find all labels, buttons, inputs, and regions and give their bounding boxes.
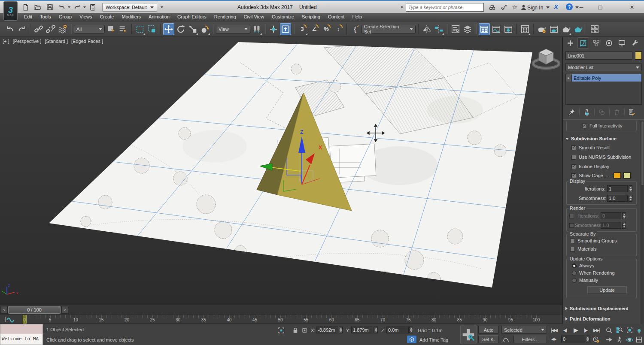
- toggle-ribbon-button[interactable]: [479, 23, 490, 35]
- toggle-layer-explorer-button[interactable]: [462, 23, 473, 35]
- project-folder-button[interactable]: [88, 3, 98, 12]
- show-cage-row[interactable]: Show Cage......: [571, 172, 631, 179]
- spinner-control[interactable]: [629, 195, 632, 202]
- reference-coordinate-dropdown[interactable]: View: [216, 25, 250, 33]
- time-configuration-button[interactable]: [592, 336, 600, 343]
- key-filter-dropdown[interactable]: Selected: [501, 326, 547, 334]
- view-cube[interactable]: [533, 49, 559, 68]
- align-button[interactable]: [433, 23, 444, 35]
- use-pivot-point-center-button[interactable]: [251, 23, 262, 35]
- next-frame-button[interactable]: |▶: [584, 328, 587, 333]
- sign-in-caret-icon[interactable]: [546, 6, 550, 9]
- isoline-display-checkbox[interactable]: [571, 164, 576, 169]
- panel-scrollbar[interactable]: [641, 121, 644, 324]
- minimize-button[interactable]: ─: [575, 3, 587, 12]
- menu-item[interactable]: Graph Editors: [173, 13, 210, 21]
- curve-editor-button[interactable]: [491, 23, 502, 35]
- search-collapse-icon[interactable]: ►: [401, 5, 404, 9]
- go-to-start-button[interactable]: |◀◀: [551, 328, 557, 333]
- time-slider-handle[interactable]: 0 / 100: [8, 306, 61, 314]
- rollout-paint-deformation[interactable]: Paint Deformation: [564, 315, 638, 322]
- maxscript-mini-listener-white[interactable]: Welcome to MA: [0, 334, 43, 345]
- selection-filter-dropdown[interactable]: All: [74, 25, 105, 33]
- menu-item[interactable]: Group: [55, 13, 76, 21]
- menu-item[interactable]: Views: [76, 13, 96, 21]
- menu-item[interactable]: Help: [348, 13, 366, 21]
- pan-view-button[interactable]: [605, 336, 613, 343]
- set-keys-button[interactable]: [460, 325, 477, 344]
- smooth-result-checkbox[interactable]: [571, 145, 576, 150]
- schematic-view-button[interactable]: [503, 23, 514, 35]
- mirror-button[interactable]: [421, 23, 432, 35]
- default-in-out-tangent-button[interactable]: [501, 336, 510, 343]
- exchange-apps-icon[interactable]: X: [554, 3, 558, 10]
- qat-customize-caret-icon[interactable]: [161, 6, 163, 8]
- maxscript-mini-listener-pink[interactable]: [0, 324, 43, 334]
- zoom-button[interactable]: [605, 326, 613, 334]
- z-coordinate-field[interactable]: [386, 327, 409, 333]
- material-editor-button[interactable]: [519, 23, 531, 35]
- previous-frame-slider-button[interactable]: <: [1, 306, 8, 314]
- render-production-button[interactable]: [560, 23, 571, 35]
- menu-item[interactable]: Customize: [268, 13, 298, 21]
- cage-color-swatch[interactable]: [614, 172, 621, 179]
- set-key-mode-button[interactable]: Set K.: [478, 335, 499, 343]
- spinner-control[interactable]: [622, 222, 626, 229]
- render-smoothness-checkbox[interactable]: [569, 223, 574, 228]
- viewport-layout-tabs-button[interactable]: [589, 23, 600, 35]
- menu-item[interactable]: Modifiers: [118, 13, 145, 21]
- materials-row[interactable]: Materials: [570, 246, 597, 251]
- menu-item[interactable]: Animation: [145, 13, 173, 21]
- manually-radio[interactable]: [572, 278, 577, 283]
- select-by-name-button[interactable]: [118, 23, 129, 35]
- manually-row[interactable]: Manually: [572, 278, 598, 283]
- select-and-rotate-button[interactable]: [175, 23, 186, 35]
- orbit-button[interactable]: [625, 336, 634, 343]
- tab-hierarchy[interactable]: [590, 37, 602, 48]
- edit-named-selection-sets-button[interactable]: {: [349, 23, 361, 35]
- select-and-scale-button[interactable]: [187, 23, 198, 35]
- named-selection-set-dropdown[interactable]: Create Selection Set: [361, 25, 416, 33]
- update-button[interactable]: Update: [587, 286, 627, 294]
- use-nurms-row[interactable]: Use NURMS Subdivision: [571, 154, 631, 160]
- open-file-button[interactable]: [33, 3, 43, 12]
- object-name-field[interactable]: [565, 51, 632, 60]
- smoothing-groups-row[interactable]: Smoothing Groups: [570, 238, 617, 243]
- tab-display[interactable]: [616, 37, 628, 48]
- track-bar[interactable]: 0510152025303540455055606570758085909510…: [0, 315, 562, 324]
- smooth-result-row[interactable]: Smooth Result: [571, 145, 610, 150]
- stack-expand-icon[interactable]: ►: [566, 74, 572, 82]
- menu-item[interactable]: Tools: [36, 13, 55, 21]
- smoothing-groups-checkbox[interactable]: [570, 239, 575, 243]
- save-file-button[interactable]: [45, 3, 55, 12]
- render-in-cloud-button[interactable]: [572, 23, 583, 35]
- window-crossing-toggle-button[interactable]: [146, 23, 158, 35]
- percent-snap-toggle-button[interactable]: %: [321, 23, 332, 35]
- sign-in-button[interactable]: Sign In: [527, 5, 543, 11]
- modifier-list-dropdown[interactable]: Modifier List: [565, 64, 642, 71]
- select-and-manipulate-button[interactable]: [268, 23, 279, 35]
- pin-stack-button[interactable]: [566, 107, 577, 117]
- render-setup-button[interactable]: [536, 23, 547, 35]
- viewport-menu-general[interactable]: [+ ]: [3, 39, 9, 44]
- spinner-control[interactable]: [622, 212, 626, 219]
- time-tag-cube-icon[interactable]: [407, 336, 416, 343]
- when-rendering-radio[interactable]: [572, 271, 577, 275]
- selection-lock-toggle[interactable]: [292, 327, 299, 334]
- unlink-selection-button[interactable]: [45, 23, 56, 35]
- make-unique-button[interactable]: [596, 107, 607, 117]
- show-end-result-button[interactable]: [581, 107, 592, 117]
- new-file-button[interactable]: [21, 3, 31, 12]
- help-search-input[interactable]: [406, 3, 483, 11]
- tab-motion[interactable]: [603, 37, 615, 48]
- always-row[interactable]: Always: [572, 263, 594, 268]
- favorites-star-icon[interactable]: ☆: [510, 3, 519, 12]
- tab-utilities[interactable]: [629, 37, 641, 48]
- rollout-subdivision-surface[interactable]: Subdivision Surface: [564, 135, 638, 142]
- key-mode-toggle[interactable]: ◀▶: [551, 337, 556, 341]
- current-frame-field[interactable]: [561, 336, 585, 342]
- use-nurms-checkbox[interactable]: [571, 155, 576, 160]
- select-object-button[interactable]: [106, 23, 117, 35]
- render-iterations-checkbox[interactable]: [569, 214, 574, 218]
- remove-modifier-button[interactable]: [611, 107, 622, 117]
